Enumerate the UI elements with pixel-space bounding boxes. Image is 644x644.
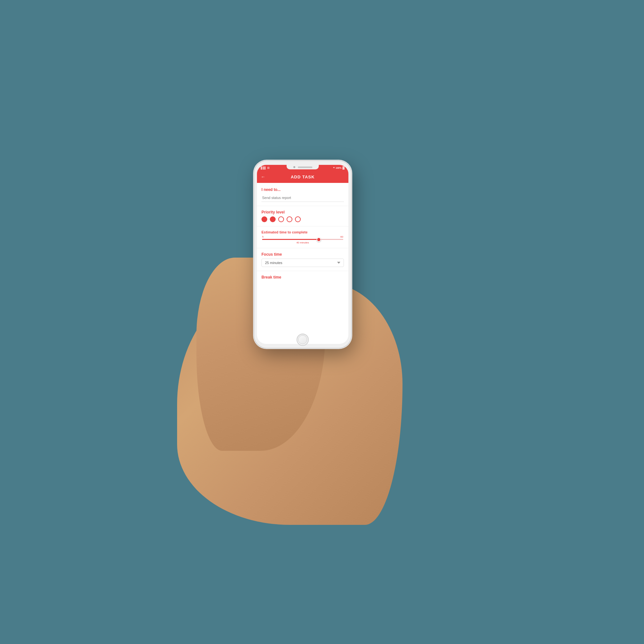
home-button[interactable]: [297, 334, 309, 346]
task-section: I need to...: [261, 187, 344, 202]
priority-dot-3[interactable]: [278, 216, 284, 222]
title-task: TASK: [302, 175, 315, 179]
slider-container: 5 60 40 minutes: [261, 235, 344, 244]
focus-time-select[interactable]: 25 minutes 15 minutes 30 minutes 45 minu…: [261, 259, 344, 267]
slider-fill: [262, 239, 319, 240]
form-content: I need to... Priority level: [257, 183, 348, 344]
divider-2: [257, 226, 348, 226]
priority-dot-1[interactable]: [261, 216, 267, 222]
phone-screen: ▌▌▌ ⊡ 9:41 AM ✦ 100% ▓ ← ADD TASK: [257, 165, 348, 344]
priority-dot-5[interactable]: [295, 216, 301, 222]
slider-track[interactable]: [262, 239, 343, 240]
app-header: ← ADD TASK: [257, 171, 348, 183]
break-time-section: Break time: [261, 275, 344, 279]
status-right: ✦ 100% ▓: [333, 166, 345, 169]
slider-labels: 5 60: [262, 235, 343, 238]
estimated-section-label: Estimated time to complete: [261, 230, 344, 234]
slider-value-label: 40 minutes: [262, 241, 343, 244]
scene: ▌▌▌ ⊡ 9:41 AM ✦ 100% ▓ ← ADD TASK: [209, 145, 435, 499]
slider-max-label: 60: [340, 235, 343, 238]
priority-dots-container: [261, 216, 344, 222]
phone-notch: [287, 165, 319, 169]
divider-3: [257, 248, 348, 248]
wifi-icon: ⊡: [267, 166, 270, 169]
front-camera: [293, 166, 295, 168]
bluetooth-icon: ✦: [333, 166, 335, 169]
battery-label: 100%: [336, 167, 342, 169]
divider-4: [257, 271, 348, 271]
slider-thumb[interactable]: [317, 237, 321, 242]
priority-dot-4[interactable]: [287, 216, 292, 222]
divider-1: [257, 206, 348, 206]
priority-section-label: Priority level: [261, 210, 344, 214]
task-section-label: I need to...: [261, 187, 344, 192]
priority-section: Priority level: [261, 210, 344, 222]
priority-dot-2[interactable]: [270, 216, 276, 222]
battery-icon: ▓: [342, 166, 345, 169]
signal-icon: ▌▌▌: [261, 166, 266, 169]
estimated-time-section: Estimated time to complete 5 60 40 minut…: [261, 230, 344, 244]
page-title: ADD TASK: [291, 175, 315, 179]
back-button[interactable]: ←: [261, 174, 265, 179]
task-input[interactable]: [261, 194, 344, 202]
title-add: ADD: [291, 175, 301, 179]
break-section-label: Break time: [261, 275, 344, 279]
earpiece-speaker: [298, 166, 312, 168]
status-left: ▌▌▌ ⊡: [261, 166, 270, 169]
focus-section-label: Focus time: [261, 252, 344, 257]
focus-time-section: Focus time 25 minutes 15 minutes 30 minu…: [261, 252, 344, 267]
slider-min-label: 5: [262, 235, 263, 238]
home-button-inner: [298, 335, 307, 344]
phone-body: ▌▌▌ ⊡ 9:41 AM ✦ 100% ▓ ← ADD TASK: [254, 161, 351, 348]
